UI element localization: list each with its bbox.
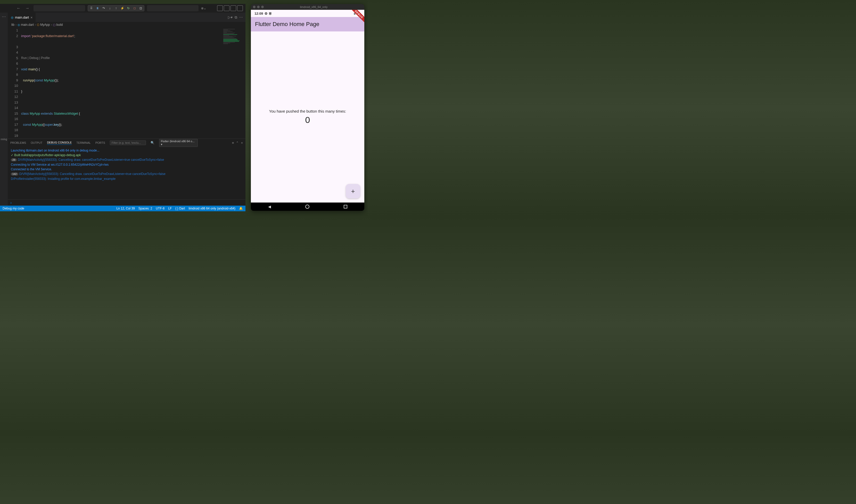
- panel-tab-ports[interactable]: PORTS: [95, 141, 105, 144]
- console-line: Connecting to VM Service at ws://127.0.0…: [11, 162, 242, 167]
- counter-label: You have pushed the button this many tim…: [269, 109, 346, 113]
- breadcrumb-item[interactable]: ◎main.dart: [18, 23, 34, 26]
- chevron-right-icon: ›: [16, 23, 17, 26]
- console-line: D/ProfileInstaller(558333): Installing p…: [11, 177, 242, 181]
- status-cursor[interactable]: Ln 12, Col 39: [116, 206, 135, 210]
- breadcrumb-item[interactable]: lib: [11, 23, 14, 26]
- debug-toolbar: ⠿ ⏸ ↷ ↓ ↑ ⚡ ↻ □ ⊡: [88, 5, 144, 11]
- layout-right-icon[interactable]: [237, 5, 243, 11]
- status-bar: Debug my code Ln 12, Col 39 Spaces: 2 UT…: [0, 205, 245, 211]
- status-spaces[interactable]: Spaces: 2: [138, 206, 152, 210]
- breadcrumb-item[interactable]: ⬡MyApp: [37, 23, 50, 26]
- restart-icon[interactable]: ↻: [126, 6, 131, 11]
- vscode-toolbar: ← → ⠿ ⏸ ↷ ↓ ↑ ⚡ ↻ □ ⊡ ⎈▾: [0, 4, 245, 13]
- method-icon: ▢: [53, 23, 55, 26]
- tab-label: main.dart: [15, 16, 29, 19]
- class-icon: ⬡: [37, 23, 39, 26]
- emulator-screen[interactable]: 12:09 ⚙ ⛨ ⇄ ◣ DEBUG Flutter Demo Home Pa…: [251, 10, 364, 202]
- android-status-bar: 12:09 ⚙ ⛨ ⇄ ◣: [251, 10, 364, 17]
- nav-home-button[interactable]: [305, 204, 309, 209]
- status-lang[interactable]: { } Dart: [175, 206, 185, 210]
- emulator-title: limdroid_x86_64_only: [265, 5, 362, 8]
- traffic-light-minimize[interactable]: [257, 6, 260, 8]
- run-icon[interactable]: ▷▾: [228, 15, 232, 20]
- line-gutter: 12 345678910111213141516171819: [8, 28, 21, 139]
- emulator-titlebar: limdroid_x86_64_only: [251, 4, 364, 10]
- code-editor[interactable]: 12 345678910111213141516171819 import 'p…: [8, 28, 245, 139]
- vscode-window: ← → ⠿ ⏸ ↷ ↓ ↑ ⚡ ↻ □ ⊡ ⎈▾ ⋯ nning: [0, 4, 245, 211]
- panel-tab-terminal[interactable]: TERMINAL: [76, 141, 91, 144]
- step-over-icon[interactable]: ↷: [101, 6, 106, 11]
- code-content[interactable]: import 'package:flutter/material.dart'; …: [21, 28, 245, 139]
- gear-icon: ⚙: [264, 12, 268, 16]
- status-encoding[interactable]: UTF-8: [156, 206, 164, 210]
- search-field[interactable]: [147, 5, 198, 11]
- breadcrumb-item[interactable]: ▢build: [53, 23, 63, 26]
- layout-left-icon[interactable]: [224, 5, 229, 11]
- breadcrumbs[interactable]: lib › ◎main.dart › ⬡MyApp › ▢build: [8, 22, 245, 28]
- tab-main-dart[interactable]: ◎ main.dart ×: [8, 13, 36, 22]
- copilot-icon[interactable]: ⎈▾: [201, 6, 206, 11]
- bottom-panel: PROBLEMS OUTPUT DEBUG CONSOLE TERMINAL P…: [8, 139, 245, 205]
- devtools-icon[interactable]: ⊡: [138, 6, 143, 11]
- codelens[interactable]: Run | Debug | Profile: [21, 55, 245, 61]
- split-editor-icon[interactable]: ⧉: [234, 15, 237, 20]
- drag-handle-icon[interactable]: ⠿: [89, 6, 93, 11]
- clear-icon[interactable]: ≡: [232, 141, 234, 145]
- chevron-up-icon[interactable]: ⌃: [236, 141, 239, 145]
- console-line: 28D/VRI[MainActivity](558333): Cancellin…: [11, 158, 242, 162]
- console-line: 142D/VRI[MainActivity](558333): Cancelli…: [11, 172, 242, 177]
- shield-icon: ⛨: [269, 12, 272, 16]
- minimap[interactable]: [222, 28, 245, 139]
- notifications-icon[interactable]: 🔔: [239, 206, 243, 210]
- status-device[interactable]: limdroid x86 64 only (android-x64): [189, 206, 235, 210]
- layout-primary-icon[interactable]: [217, 5, 223, 11]
- search-icon[interactable]: 🔍: [151, 141, 154, 145]
- nav-recents-button[interactable]: [344, 205, 347, 209]
- step-out-icon[interactable]: ↑: [114, 6, 118, 11]
- activity-bar: ⋯ nning: [0, 13, 8, 205]
- editor-tabs: ◎ main.dart × ▷▾ ⧉ ⋯: [8, 13, 245, 22]
- pause-icon[interactable]: ⏸: [95, 6, 100, 11]
- hot-reload-icon[interactable]: ⚡: [120, 6, 124, 11]
- panel-tab-problems[interactable]: PROBLEMS: [10, 141, 26, 144]
- dart-file-icon: ◎: [11, 16, 13, 19]
- status-time: 12:09: [255, 12, 263, 16]
- activity-label: nning: [0, 138, 8, 141]
- status-debug[interactable]: Debug my code: [3, 206, 24, 210]
- close-icon[interactable]: ×: [241, 141, 243, 145]
- status-eol[interactable]: LF: [168, 206, 172, 210]
- more-icon[interactable]: ⋯: [2, 14, 6, 19]
- app-bar: Flutter Demo Home Page: [251, 17, 364, 32]
- console-line: Connected to the VM Service.: [11, 167, 242, 172]
- panel-tab-debug-console[interactable]: DEBUG CONSOLE: [47, 141, 72, 145]
- traffic-light-close[interactable]: [253, 6, 256, 8]
- app-body: You have pushed the button this many tim…: [251, 32, 364, 202]
- layout-bottom-icon[interactable]: [230, 5, 236, 11]
- app-bar-title: Flutter Demo Home Page: [255, 21, 319, 28]
- repl-input[interactable]: ›: [8, 199, 245, 205]
- filter-input[interactable]: [110, 140, 146, 145]
- fab-increment[interactable]: +: [346, 184, 360, 198]
- traffic-light-zoom[interactable]: [261, 6, 264, 8]
- android-nav-bar: ◀: [251, 202, 364, 211]
- console-line: Launching lib/main.dart on limdroid x86 …: [11, 148, 242, 153]
- emulator-window: limdroid_x86_64_only 12:09 ⚙ ⛨ ⇄ ◣ DEBUG…: [251, 4, 364, 211]
- debug-console[interactable]: Launching lib/main.dart on limdroid x86 …: [8, 147, 245, 199]
- nav-back-button[interactable]: ◀: [268, 204, 271, 209]
- counter-value: 0: [305, 115, 310, 125]
- nav-back-icon[interactable]: ←: [15, 5, 22, 11]
- chevron-right-icon: ›: [35, 23, 36, 26]
- plus-icon: +: [351, 187, 355, 195]
- command-center[interactable]: [34, 5, 85, 11]
- nav-forward-icon[interactable]: →: [24, 5, 31, 11]
- console-line: ✓ Built build/app/outputs/flutter-apk/ap…: [11, 153, 242, 158]
- chevron-right-icon: ›: [51, 23, 52, 26]
- more-icon[interactable]: ⋯: [239, 15, 243, 20]
- step-into-icon[interactable]: ↓: [107, 6, 112, 11]
- close-icon[interactable]: ×: [31, 16, 33, 20]
- session-select[interactable]: Flutter (limdroid x86 64 o... ▾: [159, 139, 198, 147]
- panel-tab-output[interactable]: OUTPUT: [31, 141, 42, 144]
- panel-tabs: PROBLEMS OUTPUT DEBUG CONSOLE TERMINAL P…: [8, 139, 245, 147]
- stop-icon[interactable]: □: [132, 6, 137, 11]
